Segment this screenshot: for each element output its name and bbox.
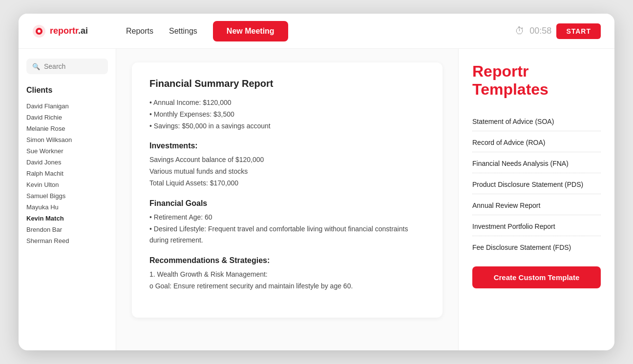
recommendations-section: Recommendations & Strategies: 1. Wealth … xyxy=(149,256,425,292)
sidebar: 🔍 Clients David FlaniganDavid RichieMela… xyxy=(19,49,116,350)
main-content: Financial Summary Report • Annual Income… xyxy=(116,49,458,350)
template-list-item[interactable]: Statement of Advice (SOA) xyxy=(472,110,601,131)
client-list-item[interactable]: David Richie xyxy=(26,112,108,123)
template-list-item[interactable]: Financial Needs Analysis (FNA) xyxy=(472,152,601,173)
main-nav: Reports Settings New Meeting xyxy=(126,21,499,41)
rec-line2: o Goal: Ensure retirement security and m… xyxy=(149,281,425,292)
template-list-item[interactable]: Product Disclosure Statement (PDS) xyxy=(472,173,601,194)
search-box: 🔍 xyxy=(26,59,108,74)
timer-area: ⏱ 00:58 START xyxy=(515,23,601,39)
svg-point-2 xyxy=(38,30,41,33)
retirement-age: • Retirement Age: 60 xyxy=(149,212,425,223)
clients-label: Clients xyxy=(26,86,108,95)
template-list-item[interactable]: Investment Portfolio Report xyxy=(472,215,601,236)
client-list-item[interactable]: Ralph Machit xyxy=(26,168,108,179)
client-list-item[interactable]: Kevin Ulton xyxy=(26,179,108,190)
template-list-item[interactable]: Record of Advice (ROA) xyxy=(472,131,601,152)
financial-summary-section: • Annual Income: $120,000 • Monthly Expe… xyxy=(149,97,425,132)
client-list-item[interactable]: Samuel Biggs xyxy=(26,190,108,202)
investment-line1: Savings Account balance of $120,000 xyxy=(149,154,425,166)
templates-title-line2: Templates xyxy=(472,81,549,98)
goals-section: Financial Goals • Retirement Age: 60 • D… xyxy=(149,199,425,246)
logo-icon xyxy=(32,24,46,38)
report-savings: • Savings: $50,000 in a savings account xyxy=(149,121,425,132)
client-list-item[interactable]: David Jones xyxy=(26,157,108,168)
create-custom-template-button[interactable]: Create Custom Template xyxy=(472,266,601,288)
start-button[interactable]: START xyxy=(556,23,601,39)
template-name-label: Fee Disclosure Statement (FDS) xyxy=(472,243,571,251)
report-annual-income: • Annual Income: $120,000 xyxy=(149,97,425,109)
client-list-item[interactable]: Mayuka Hu xyxy=(26,202,108,213)
templates-panel: Reportr Templates Statement of Advice (S… xyxy=(458,49,614,350)
logo-text: reportr.ai xyxy=(50,26,88,36)
recommendations-title: Recommendations & Strategies: xyxy=(149,256,425,265)
template-name-label: Statement of Advice (SOA) xyxy=(472,118,554,125)
client-list-item[interactable]: David Flanigan xyxy=(26,101,108,112)
header: reportr.ai Reports Settings New Meeting … xyxy=(19,14,614,49)
clients-list: David FlaniganDavid RichieMelanie RoseSi… xyxy=(26,101,108,246)
body: 🔍 Clients David FlaniganDavid RichieMela… xyxy=(19,49,614,350)
timer-value: 00:58 xyxy=(529,26,551,36)
investments-section: Investments: Savings Account balance of … xyxy=(149,142,425,189)
client-list-item[interactable]: Sherman Reed xyxy=(26,235,108,246)
templates-title: Reportr Templates xyxy=(472,62,601,99)
template-name-label: Product Disclosure Statement (PDS) xyxy=(472,181,583,188)
logo: reportr.ai xyxy=(32,24,110,38)
report-card: Financial Summary Report • Annual Income… xyxy=(132,62,443,318)
new-meeting-button[interactable]: New Meeting xyxy=(213,21,288,41)
template-list-item[interactable]: Annual Review Report xyxy=(472,194,601,215)
investment-line3: Total Liquid Assets: $170,000 xyxy=(149,178,425,189)
client-list-item[interactable]: Brendon Bar xyxy=(26,224,108,235)
investment-line2: Various mutual funds and stocks xyxy=(149,166,425,178)
client-list-item[interactable]: Kevin Match xyxy=(26,213,108,224)
investments-title: Investments: xyxy=(149,142,425,150)
rec-line1: 1. Wealth Growth & Risk Management: xyxy=(149,269,425,281)
client-list-item[interactable]: Sue Workner xyxy=(26,145,108,157)
search-icon: 🔍 xyxy=(32,63,40,70)
template-list-item[interactable]: Fee Disclosure Statement (FDS) xyxy=(472,236,601,257)
client-list-item[interactable]: Simon Wilksaon xyxy=(26,134,108,145)
timer-icon: ⏱ xyxy=(515,25,525,37)
templates-title-line1: Reportr xyxy=(472,62,529,80)
goals-title: Financial Goals xyxy=(149,199,425,208)
template-name-label: Financial Needs Analysis (FNA) xyxy=(472,160,569,167)
search-input[interactable] xyxy=(44,62,102,70)
report-monthly-expenses: • Monthly Expenses: $3,500 xyxy=(149,109,425,121)
nav-settings[interactable]: Settings xyxy=(169,27,197,36)
app-container: reportr.ai Reports Settings New Meeting … xyxy=(19,14,614,350)
report-title: Financial Summary Report xyxy=(149,78,425,89)
templates-list: Statement of Advice (SOA)Record of Advic… xyxy=(472,110,601,257)
client-list-item[interactable]: Melanie Rose xyxy=(26,123,108,134)
nav-reports[interactable]: Reports xyxy=(126,27,153,36)
template-name-label: Record of Advice (ROA) xyxy=(472,139,545,146)
desired-lifestyle: • Desired Lifestyle: Frequent travel and… xyxy=(149,223,425,247)
template-name-label: Annual Review Report xyxy=(472,202,540,209)
template-name-label: Investment Portfolio Report xyxy=(472,222,555,230)
